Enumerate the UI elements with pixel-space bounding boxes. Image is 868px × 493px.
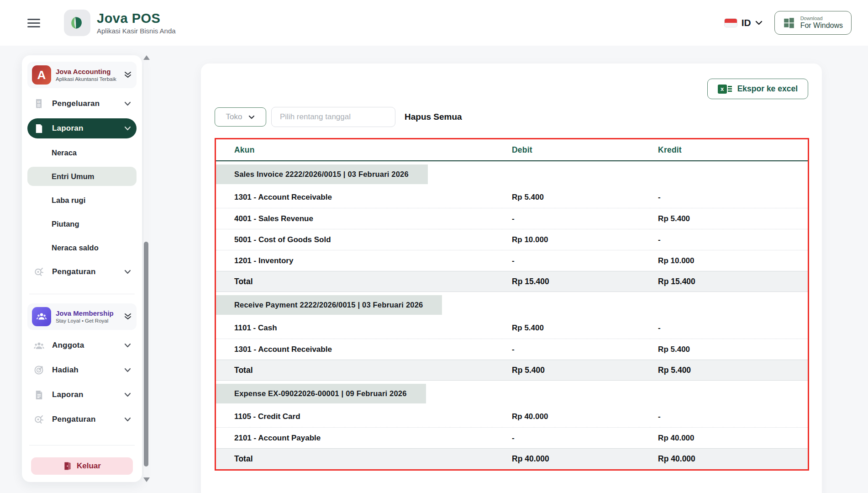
journal-entry-row: 5001 - Cost of Goods SoldRp 10.000- <box>216 229 808 250</box>
chevron-down-icon <box>755 21 763 25</box>
chevron-down-icon <box>248 115 255 119</box>
download-big-label: For Windows <box>800 21 843 29</box>
credit-cell: - <box>658 323 808 333</box>
journal-entry-row: 1105 - Credit CardRp 40.000- <box>216 406 808 427</box>
chevron-down-icon <box>124 343 131 348</box>
clear-all-button[interactable]: Hapus Semua <box>405 112 462 122</box>
app-title: Jova POS <box>97 11 176 26</box>
account-cell: 1301 - Account Receivable <box>216 345 512 354</box>
app-tagline: Aplikasi Kasir Bisnis Anda <box>97 27 176 35</box>
journal-table: AkunDebitKreditSales Invoice 2222/2026/0… <box>215 138 809 471</box>
sidebar-subitem-laba-rugi[interactable]: Laba rugi <box>27 191 137 210</box>
indonesia-flag-icon <box>724 18 737 27</box>
sidebar-subitem-entri-umum[interactable]: Entri Umum <box>27 167 137 186</box>
document-icon <box>33 123 45 134</box>
journal-section: Sales Invoice 2222/2026/0015 | 03 Februa… <box>216 161 808 292</box>
sidebar-item-laporan[interactable]: Laporan <box>27 385 137 405</box>
debit-cell: - <box>512 345 658 354</box>
debit-cell: - <box>512 434 658 443</box>
people-icon <box>33 340 45 351</box>
accounting-app-title: Jova Accounting <box>56 68 116 76</box>
account-cell: 5001 - Cost of Goods Sold <box>216 235 512 244</box>
journal-section: Expense EX-09022026-00001 | 09 Februari … <box>216 381 808 469</box>
store-filter-dropdown[interactable]: Toko <box>215 107 266 127</box>
double-chevron-down-icon <box>124 71 132 79</box>
chevron-down-icon <box>124 126 131 131</box>
sidebar-item-label: Anggota <box>52 341 84 350</box>
membership-app-title: Jova Membership <box>56 310 114 318</box>
total-credit: Rp 15.400 <box>658 277 808 286</box>
sidebar-item-label: Hadiah <box>52 366 79 375</box>
total-debit: Rp 5.400 <box>512 366 658 375</box>
language-code: ID <box>742 17 751 28</box>
account-cell: 2101 - Account Payable <box>216 434 512 443</box>
sidebar-item-label: Laporan <box>52 390 83 399</box>
chevron-down-icon <box>124 101 131 106</box>
sidebar-item-anggota[interactable]: Anggota <box>27 335 137 355</box>
membership-nav: AnggotaHadiahLaporanPengaturan <box>27 335 137 434</box>
chevron-down-icon <box>124 417 131 422</box>
section-title-badge: Receive Payment 2222/2026/0015 | 03 Febr… <box>216 295 442 315</box>
section-total-row: TotalRp 15.400Rp 15.400 <box>216 271 808 292</box>
sidebar-item-pengaturan[interactable]: Pengaturan <box>27 262 137 282</box>
svg-text:$: $ <box>38 100 40 104</box>
debit-cell: Rp 5.400 <box>512 323 658 333</box>
app-brand: Jova POS Aplikasi Kasir Bisnis Anda <box>64 10 176 36</box>
total-credit: Rp 40.000 <box>658 454 808 464</box>
scrollbar-thumb[interactable] <box>144 242 148 466</box>
journal-entry-row: 2101 - Account Payable-Rp 40.000 <box>216 427 808 448</box>
date-range-input[interactable] <box>271 107 395 127</box>
journal-entry-row: 1101 - CashRp 5.400- <box>216 318 808 339</box>
logout-button[interactable]: Keluar <box>31 457 133 475</box>
sidebar-scrollbar[interactable] <box>143 55 149 482</box>
debit-cell: Rp 5.400 <box>512 193 658 202</box>
target-icon <box>33 365 45 376</box>
section-title-row: Receive Payment 2222/2026/0015 | 03 Febr… <box>216 292 808 318</box>
sidebar-item-laporan[interactable]: Laporan <box>27 118 137 138</box>
jova-pos-logo-icon <box>64 10 90 36</box>
sidebar-item-pengeluaran[interactable]: $Pengeluaran <box>27 94 137 114</box>
sidebar-item-hadiah[interactable]: Hadiah <box>27 360 137 380</box>
section-title-row: Sales Invoice 2222/2026/0015 | 03 Februa… <box>216 161 808 187</box>
journal-section: Receive Payment 2222/2026/0015 | 03 Febr… <box>216 292 808 381</box>
credit-cell: Rp 5.400 <box>658 345 808 354</box>
scroll-down-arrow-icon[interactable] <box>143 477 150 482</box>
store-filter-label: Toko <box>226 112 242 122</box>
sidebar-subitem-neraca[interactable]: Neraca <box>27 143 137 162</box>
document-icon <box>33 390 45 400</box>
total-label: Total <box>216 454 512 464</box>
jova-accounting-header[interactable]: A Jova Accounting Aplikasi Akuntansi Ter… <box>27 62 137 88</box>
menu-toggle-icon[interactable] <box>27 16 41 30</box>
column-header-kredit: Kredit <box>658 145 808 155</box>
jova-membership-header[interactable]: Jova Membership Stay Loyal • Get Royal <box>27 303 137 330</box>
section-total-row: TotalRp 5.400Rp 5.400 <box>216 360 808 381</box>
credit-cell: Rp 10.000 <box>658 256 808 265</box>
journal-entry-row: 1301 - Account ReceivableRp 5.400- <box>216 187 808 208</box>
sidebar-divider <box>29 294 135 294</box>
credit-cell: - <box>658 235 808 244</box>
membership-app-subtitle: Stay Loyal • Get Royal <box>56 318 114 323</box>
debit-cell: Rp 10.000 <box>512 235 658 244</box>
scroll-up-arrow-icon[interactable] <box>143 55 150 60</box>
sidebar-subitem-piutang[interactable]: Piutang <box>27 214 137 233</box>
debit-cell: Rp 40.000 <box>512 412 658 421</box>
account-cell: 1301 - Account Receivable <box>216 193 512 202</box>
export-excel-button[interactable]: x Ekspor ke excel <box>707 79 808 99</box>
receipt-icon: $ <box>33 98 45 109</box>
total-label: Total <box>216 366 512 375</box>
sidebar-item-pengaturan[interactable]: Pengaturan <box>27 409 137 429</box>
sidebar-item-label: Pengeluaran <box>52 99 100 108</box>
language-selector[interactable]: ID <box>724 17 763 28</box>
debit-cell: - <box>512 214 658 223</box>
double-chevron-down-icon <box>124 313 132 320</box>
wrench-icon <box>33 266 45 277</box>
total-debit: Rp 15.400 <box>512 277 658 286</box>
report-card: x Ekspor ke excel Toko Hapus Semua AkunD… <box>201 64 822 493</box>
jova-accounting-logo-icon: A <box>32 65 51 85</box>
section-title-badge: Sales Invoice 2222/2026/0015 | 03 Februa… <box>216 164 428 184</box>
sidebar-subitem-neraca-saldo[interactable]: Neraca saldo <box>27 238 137 257</box>
download-windows-button[interactable]: Download For Windows <box>774 11 852 35</box>
journal-table-header: AkunDebitKredit <box>216 139 808 161</box>
column-header-akun: Akun <box>216 145 512 155</box>
windows-logo-icon <box>783 17 795 29</box>
